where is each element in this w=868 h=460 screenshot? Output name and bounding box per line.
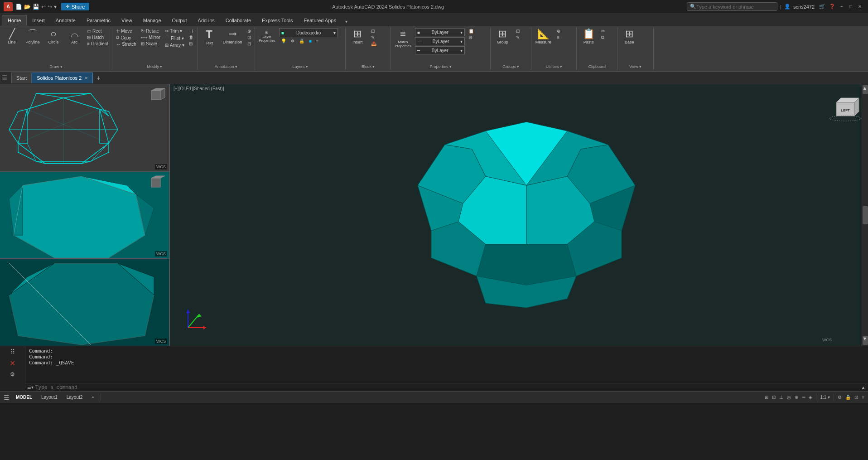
props-btn[interactable]: ⊟ [467, 34, 476, 40]
paste-button[interactable]: 📋 Paste [579, 28, 598, 45]
layer-color-btn[interactable]: ■ [307, 38, 313, 44]
scrollbar-down[interactable]: ▼ [863, 336, 868, 345]
share-button[interactable]: ✈ Share [61, 3, 89, 10]
layer-selector[interactable]: ■ Dodecaedro ▾ [279, 28, 338, 37]
annotation-scale[interactable]: 1:1 ▾ [820, 395, 830, 400]
close-tab-icon[interactable]: ✕ [84, 76, 88, 81]
ortho-icon[interactable]: ⊥ [779, 395, 783, 400]
line-button[interactable]: ╱ Line [2, 28, 22, 45]
fullscreen-icon[interactable]: ⊡ [854, 395, 858, 400]
extend-btn[interactable]: ⊣ [187, 28, 195, 34]
tab-addins[interactable]: Add-ins [193, 15, 220, 26]
tab-insert[interactable]: Insert [27, 15, 50, 26]
wblock-btn[interactable]: 📤 [369, 41, 378, 47]
minimize-button[interactable]: − [837, 2, 846, 11]
gradient-button[interactable]: ≡Gradient [85, 41, 110, 47]
polyline-button[interactable]: ⌒ Polyline [23, 28, 43, 45]
anno-btn3[interactable]: ⊟ [246, 41, 253, 47]
layer-props-button[interactable]: ⊞ Layer Properties [257, 29, 277, 44]
scale-button[interactable]: ⊞ Scale [139, 41, 162, 47]
lineweight-selector[interactable]: ━ ByLayer ▾ [415, 46, 465, 54]
view-cube[interactable]: LEFT [827, 89, 863, 134]
tab-manage[interactable]: Manage [138, 15, 167, 26]
cut-btn[interactable]: ✂ [599, 28, 607, 34]
measure-button[interactable]: 📐 Measure [533, 28, 553, 45]
block-editor-btn[interactable]: ✎ [369, 34, 378, 40]
dimension-button[interactable]: ⊸ Dimension [221, 28, 244, 45]
grid-icon[interactable]: ⊞ [765, 395, 768, 400]
copy-button[interactable]: ⧉ Copy [114, 34, 138, 41]
tab-express[interactable]: Express Tools [256, 15, 298, 26]
group-button[interactable]: ⊞ Group [492, 28, 512, 45]
array-button[interactable]: ⊞ Array ▾ [163, 42, 186, 48]
viewport-scrollbar-v[interactable]: ▲ ▼ [862, 84, 868, 346]
viewport-top-left[interactable]: WCS [0, 84, 169, 172]
base-button[interactable]: ⊞ Base [619, 28, 639, 45]
console-settings-icon[interactable]: ⚙ [10, 371, 15, 378]
rotate-button[interactable]: ↻ Rotate [139, 28, 162, 34]
transparency-icon[interactable]: ◈ [809, 395, 812, 400]
main-viewport[interactable]: [+][OLE1][Shaded (Fast)] [170, 84, 868, 346]
tab-home[interactable]: Home [2, 15, 27, 26]
new-icon[interactable]: 📄 [15, 4, 22, 10]
hatch-button[interactable]: ⊟Hatch [85, 34, 110, 40]
console-close-icon[interactable]: ✕ [10, 359, 15, 368]
layout2-tab[interactable]: Layout2 [64, 394, 86, 401]
tab-more[interactable]: ▾ [343, 17, 349, 26]
qcalc-btn[interactable]: ≡ [555, 34, 562, 40]
anno-btn1[interactable]: ⊕ [246, 28, 253, 34]
dropdown-icon[interactable]: ▾ [54, 4, 57, 10]
stretch-button[interactable]: ↔ Stretch [114, 41, 138, 47]
console-input[interactable] [35, 384, 859, 390]
linetype-selector[interactable]: — ByLayer ▾ [415, 37, 465, 45]
text-button[interactable]: T Text [199, 28, 219, 46]
move-button[interactable]: ✛ Move [114, 28, 138, 34]
cart-icon[interactable]: 🛒 [819, 4, 825, 10]
circle-button[interactable]: ○ Circle [43, 28, 63, 45]
tab-start[interactable]: Start [11, 73, 32, 83]
hamburger-status[interactable]: ☰ [4, 394, 10, 401]
create-block-btn[interactable]: ⊡ [369, 28, 378, 34]
maximize-button[interactable]: □ [846, 2, 855, 11]
erase-btn[interactable]: 🗑 [187, 34, 195, 40]
polar-icon[interactable]: ◎ [787, 395, 791, 400]
layer-lock-btn[interactable]: 🔒 [297, 38, 306, 44]
workspace-icon[interactable]: ⚙ [838, 395, 842, 400]
fillet-button[interactable]: ⌒ Fillet ▾ [163, 34, 186, 42]
console-scroll-up[interactable]: ▲ [861, 385, 866, 390]
add-tab-button[interactable]: + [93, 73, 104, 83]
viewport-bottom-left-top[interactable]: WCS [0, 172, 169, 259]
tab-featured[interactable]: Featured Apps [298, 15, 342, 26]
tab-parametric[interactable]: Parametric [81, 15, 116, 26]
viewport-bottom-left-bottom[interactable]: WCS [0, 259, 169, 346]
lock-icon[interactable]: 🔒 [845, 395, 851, 400]
group-edit-btn[interactable]: ✎ [514, 34, 521, 40]
list-btn[interactable]: 📋 [467, 28, 476, 34]
tab-output[interactable]: Output [167, 15, 193, 26]
rect-button[interactable]: ▭Rect [85, 28, 110, 34]
tab-view[interactable]: View [116, 15, 138, 26]
tab-active-document[interactable]: Solidos Platonicos 2 ✕ [32, 73, 93, 83]
search-input[interactable] [696, 4, 769, 10]
color-selector[interactable]: ■ ByLayer ▾ [415, 28, 465, 36]
nav-hamburger[interactable]: ☰ [2, 74, 8, 82]
osnap-icon[interactable]: ⊕ [795, 395, 798, 400]
undo-icon[interactable]: ↩ [41, 4, 46, 10]
layout1-tab[interactable]: Layout1 [39, 394, 60, 401]
anno-btn2[interactable]: ⊡ [246, 34, 253, 40]
search-box[interactable]: 🔍 [687, 2, 777, 11]
insert-button[interactable]: ⊞ Insert [347, 28, 367, 45]
trim-button[interactable]: ✂ Trim ▾ [163, 28, 186, 34]
save-icon[interactable]: 💾 [33, 4, 39, 10]
scrollbar-thumb[interactable] [863, 206, 868, 224]
layer-more-btn[interactable]: ≡ [314, 38, 321, 44]
match-props-button[interactable]: ≡ Match Properties [393, 28, 413, 49]
redo-icon[interactable]: ↪ [48, 4, 52, 10]
scrollbar-up[interactable]: ▲ [863, 85, 868, 94]
model-tab[interactable]: MODEL [13, 394, 35, 401]
add-layout-button[interactable]: + [89, 394, 97, 401]
lineweight-status-icon[interactable]: ═ [802, 395, 805, 400]
arc-button[interactable]: ⌓ Arc [64, 28, 84, 45]
id-btn[interactable]: ⊕ [555, 28, 562, 34]
snap-icon[interactable]: ⊡ [772, 395, 776, 400]
